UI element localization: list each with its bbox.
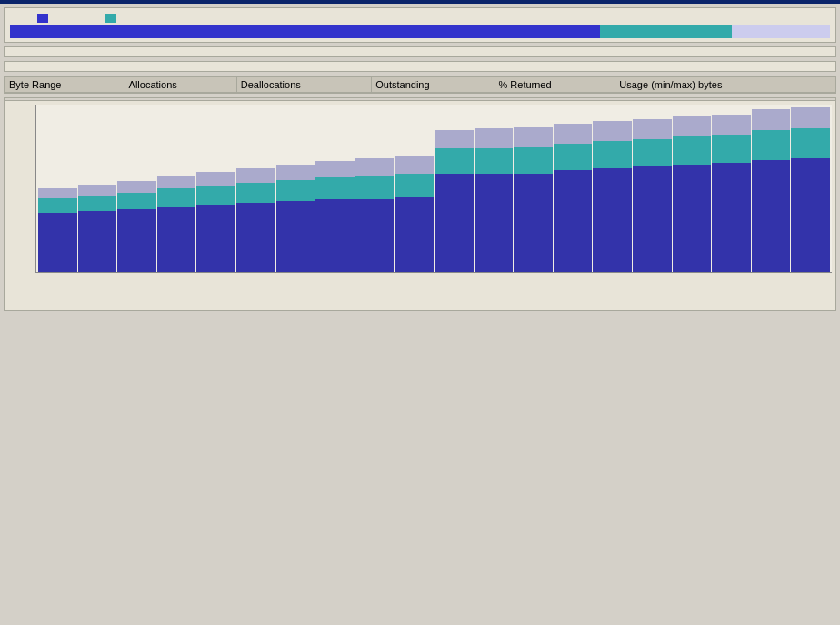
bar-seg-teal (752, 130, 791, 160)
bar-group (514, 127, 553, 272)
bar-seg-blue (196, 205, 235, 272)
bar-seg-blue (475, 174, 514, 272)
bar-group (633, 119, 672, 272)
bar-seg-teal (157, 188, 196, 207)
heap-overhead-bar (600, 25, 731, 38)
bar-seg-light (435, 130, 474, 148)
bar-stack (633, 119, 672, 272)
bar-seg-teal (315, 177, 355, 199)
bar-seg-blue (236, 203, 275, 272)
bars-container (35, 105, 832, 273)
bar-group (752, 109, 791, 272)
bar-stack (475, 128, 514, 272)
bar-seg-light (673, 116, 712, 136)
bar-stack (593, 121, 632, 272)
bar-seg-light (791, 107, 830, 128)
calls-section (4, 46, 836, 57)
bar-stack (435, 130, 474, 272)
bar-group (475, 128, 514, 272)
bar-seg-light (355, 158, 395, 176)
bar-seg-teal (276, 180, 315, 201)
bar-group (196, 172, 235, 272)
bar-seg-blue (633, 166, 672, 272)
bar-seg-teal (196, 186, 235, 205)
bar-stack (355, 158, 395, 272)
bar-seg-blue (355, 199, 395, 272)
bar-seg-light (315, 161, 355, 177)
bar-group (395, 156, 434, 272)
bar-stack (157, 176, 196, 272)
bar-group (712, 115, 751, 272)
bar-group (673, 116, 712, 272)
bar-stack (554, 124, 593, 272)
chart-right (35, 105, 832, 296)
bar-seg-light (554, 124, 593, 144)
bar-group (276, 165, 315, 272)
bar-seg-blue (435, 174, 474, 272)
bar-seg-blue (117, 209, 156, 272)
bar-seg-teal (791, 128, 830, 158)
bar-seg-light (514, 127, 553, 147)
bar-seg-light (395, 156, 434, 174)
bar-seg-blue (78, 211, 117, 272)
col-outstanding: Outstanding (372, 77, 495, 93)
bar-stack (673, 116, 712, 272)
x-axis-labels (35, 273, 832, 274)
bar-stack (38, 188, 77, 272)
bar-stack (196, 172, 235, 272)
bar-group (435, 130, 474, 272)
bar-seg-teal (435, 148, 474, 174)
bar-seg-blue (673, 165, 712, 272)
bar-stack (791, 107, 830, 272)
bar-group (593, 121, 632, 272)
bar-seg-blue (157, 207, 196, 272)
chart-area (5, 101, 835, 310)
used-color-box (37, 14, 48, 23)
bar-group (38, 188, 77, 272)
bar-seg-light (78, 185, 117, 196)
bar-seg-light (157, 176, 196, 188)
bar-group (78, 185, 117, 272)
bar-seg-teal (38, 198, 77, 213)
bar-seg-teal (475, 148, 514, 174)
bar-seg-light (117, 181, 156, 193)
table-header-row: Byte Range Allocations Deallocations Out… (5, 77, 835, 93)
bar-stack (712, 115, 751, 272)
bar-seg-teal (78, 196, 117, 211)
bar-stack (395, 156, 434, 272)
bar-seg-blue (752, 160, 791, 272)
y-label-area (8, 105, 35, 296)
heap-bar (10, 25, 830, 38)
bar-stack (236, 168, 275, 272)
bar-stack (315, 161, 355, 272)
bar-seg-teal (633, 139, 672, 166)
bar-seg-teal (117, 193, 156, 209)
bar-group (315, 161, 355, 272)
bar-seg-light (236, 168, 275, 183)
bar-seg-teal (514, 147, 553, 174)
bar-stack (276, 165, 315, 272)
col-usage: Usage (min/max) bytes (615, 77, 835, 93)
bar-group (157, 176, 196, 272)
bar-seg-blue (315, 199, 355, 272)
bar-seg-light (593, 121, 632, 141)
bar-seg-teal (673, 136, 712, 165)
heap-used-legend (37, 12, 51, 23)
bar-seg-light (712, 115, 751, 135)
bar-seg-teal (712, 135, 751, 163)
col-allocations: Allocations (125, 77, 236, 93)
bar-seg-blue (276, 201, 315, 272)
bar-seg-blue (38, 213, 77, 272)
bar-stack (514, 127, 553, 272)
heap-free-bar (732, 25, 830, 38)
bar-group (554, 124, 593, 272)
bar-seg-light (475, 128, 514, 148)
bar-seg-teal (236, 183, 275, 203)
bar-seg-blue (791, 158, 830, 272)
bar-group (355, 158, 395, 272)
col-byte-range: Byte Range (5, 77, 125, 93)
bar-seg-teal (593, 141, 632, 168)
bar-seg-blue (554, 170, 593, 272)
bar-seg-blue (395, 197, 434, 272)
allocation-table: Byte Range Allocations Deallocations Out… (5, 76, 835, 93)
